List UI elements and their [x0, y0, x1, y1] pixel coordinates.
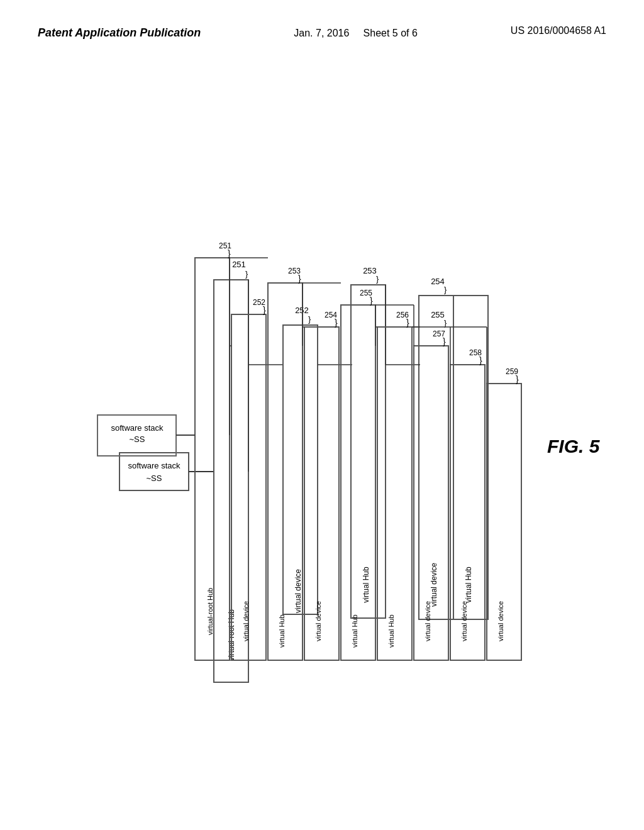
- page-header: Patent Application Publication Jan. 7, 2…: [0, 25, 644, 42]
- svg-text:virtual Hub: virtual Hub: [351, 614, 358, 648]
- svg-text:}: }: [335, 318, 338, 328]
- svg-text:}: }: [228, 248, 231, 258]
- svg-text:virtual device: virtual device: [314, 601, 322, 641]
- svg-text:virtual Hub: virtual Hub: [278, 614, 286, 648]
- svg-text:software stack: software stack: [111, 423, 164, 433]
- publication-date: Jan. 7, 2016: [294, 28, 349, 38]
- figure-label: FIG. 5: [547, 436, 601, 456]
- svg-text:virtual device: virtual device: [497, 601, 504, 641]
- figure-diagram-main: software stack ~SS 251 } virtual-root Hu…: [0, 82, 644, 811]
- svg-text:~SS: ~SS: [130, 434, 145, 444]
- header-center: Jan. 7, 2016 Sheet 5 of 6: [294, 25, 418, 42]
- sheet-info: Sheet 5 of 6: [364, 28, 418, 38]
- publication-title: Patent Application Publication: [38, 25, 201, 41]
- svg-rect-42: [268, 283, 303, 660]
- svg-text:}: }: [406, 318, 409, 328]
- svg-rect-50: [341, 305, 375, 660]
- svg-text:virtual device: virtual device: [460, 601, 468, 641]
- svg-text:virtual-root Hub: virtual-root Hub: [206, 588, 214, 635]
- svg-text:virtual device: virtual device: [242, 601, 250, 641]
- svg-text:virtual device: virtual device: [424, 601, 431, 641]
- patent-number: US 2016/0004658 A1: [511, 25, 606, 36]
- svg-text:}: }: [516, 374, 519, 384]
- svg-text:}: }: [370, 296, 373, 306]
- svg-text:}: }: [443, 336, 446, 346]
- svg-text:}: }: [263, 305, 266, 315]
- svg-text:virtual Hub: virtual Hub: [387, 614, 395, 648]
- svg-rect-54: [377, 327, 412, 660]
- svg-text:}: }: [298, 274, 301, 284]
- svg-text:}: }: [479, 355, 482, 365]
